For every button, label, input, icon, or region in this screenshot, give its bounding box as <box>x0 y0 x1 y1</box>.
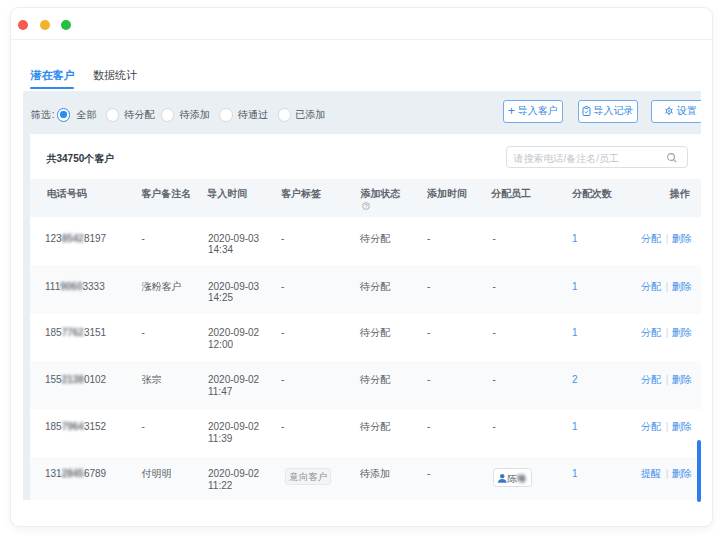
svg-text:?: ? <box>364 203 367 209</box>
